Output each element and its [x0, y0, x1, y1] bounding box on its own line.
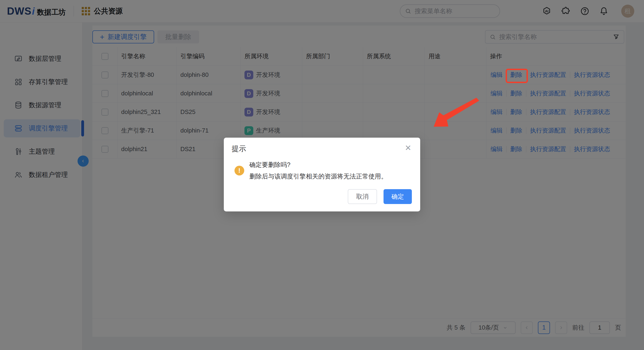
modal-message-line1: 确定要删除吗?	[249, 160, 387, 169]
close-icon[interactable]: ✕	[404, 144, 413, 152]
modal-title: 提示	[232, 144, 412, 154]
warning-icon: !	[234, 166, 244, 176]
modal-footer: 取消 确定	[232, 189, 412, 204]
cancel-button[interactable]: 取消	[348, 189, 377, 204]
modal-body: ! 确定要删除吗? 删除后与该调度引擎相关的资源将无法正常使用。	[232, 160, 412, 181]
app-root: DWS i 数据工坊 公共资源 AI	[0, 0, 644, 350]
confirm-button[interactable]: 确定	[384, 189, 412, 204]
confirm-delete-modal: 提示 ✕ ! 确定要删除吗? 删除后与该调度引擎相关的资源将无法正常使用。 取消…	[224, 138, 420, 212]
modal-message: 确定要删除吗? 删除后与该调度引擎相关的资源将无法正常使用。	[249, 160, 387, 181]
modal-message-line2: 删除后与该调度引擎相关的资源将无法正常使用。	[249, 172, 387, 181]
